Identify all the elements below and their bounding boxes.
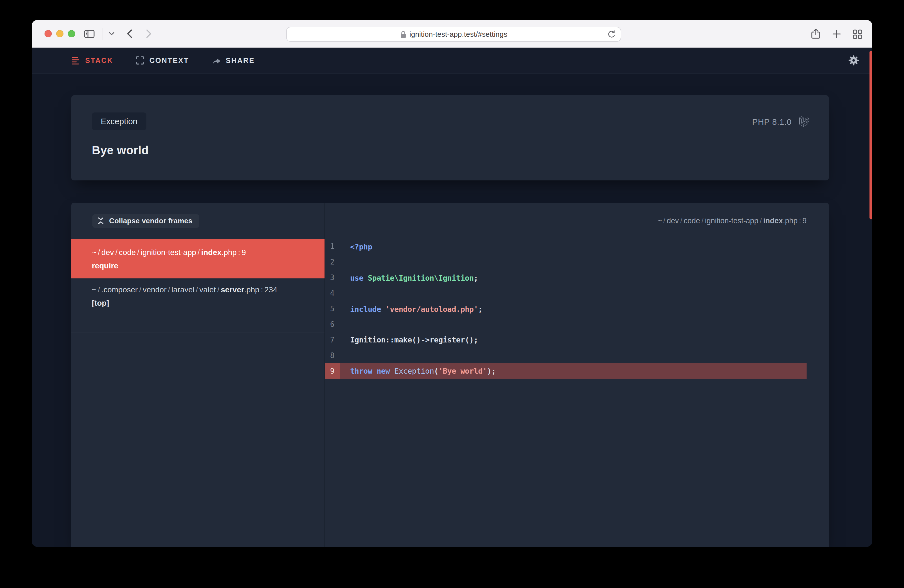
lock-icon — [400, 30, 406, 38]
reload-button[interactable] — [607, 30, 616, 41]
code-line: 4 — [325, 285, 807, 301]
line-number: 7 — [325, 332, 340, 348]
stack-frames-list: ~/dev/code/ignition-test-app/index.php:9… — [71, 239, 324, 332]
tab-context[interactable]: CONTEXT — [136, 56, 189, 65]
share-arrow-icon — [212, 57, 221, 64]
share-page-button[interactable] — [811, 28, 820, 40]
context-frame-icon — [136, 56, 144, 65]
code-panel: ~/dev/code/ignition-test-app/index.php:9… — [325, 203, 829, 547]
line-number: 2 — [325, 254, 340, 270]
close-window-button[interactable] — [44, 30, 52, 37]
sidebar-toggle-button[interactable] — [84, 29, 95, 38]
tab-share[interactable]: SHARE — [212, 56, 254, 65]
stack-frame[interactable]: ~/dev/code/ignition-test-app/index.php:9… — [71, 239, 324, 278]
forward-arrow-icon — [146, 29, 152, 38]
code-text — [340, 285, 807, 301]
php-version-chip: PHP 8.1.0 — [752, 116, 809, 127]
code-line: 8 — [325, 348, 807, 363]
code-text — [340, 254, 807, 270]
tab-share-label: SHARE — [226, 56, 254, 65]
safari-window: ignition-test-app.test/#settings — [32, 20, 872, 547]
exception-message: Bye world — [92, 144, 809, 157]
code-line: 3use Spatie\Ignition\Ignition; — [325, 270, 807, 286]
share-icon — [811, 28, 820, 40]
code-text: include 'vendor/autoload.php'; — [340, 301, 807, 316]
frame-method: require — [92, 260, 313, 271]
exception-class-badge: Exception — [92, 112, 146, 130]
stack-frames-header: Collapse vendor frames — [71, 203, 324, 239]
sidebar-dropdown-button[interactable] — [109, 32, 115, 36]
frame-file-path: ~/.composer/vendor/laravel/valet/server.… — [92, 284, 313, 295]
code-text: Ignition::make()->register(); — [340, 332, 807, 348]
code-text: throw new Exception('Bye world'); — [340, 363, 807, 379]
code-line: 1<?php — [325, 239, 807, 254]
ignition-navbar: STACK CONTEXT SHARE — [32, 48, 872, 74]
address-bar[interactable]: ignition-test-app.test/#settings — [286, 27, 621, 42]
code-text — [340, 348, 807, 363]
red-scrollbar-thumb[interactable] — [869, 51, 872, 220]
code-text: <?php — [340, 239, 807, 254]
tab-context-label: CONTEXT — [149, 56, 189, 65]
chevron-down-icon — [109, 32, 115, 36]
exception-card: Exception Bye world PHP 8.1.0 — [71, 95, 829, 180]
code-text: use Spatie\Ignition\Ignition; — [340, 270, 807, 286]
forward-button[interactable] — [146, 29, 152, 38]
line-number: 9 — [325, 363, 340, 379]
tab-overview-button[interactable] — [853, 29, 862, 39]
collapse-icon — [97, 217, 104, 224]
line-number: 6 — [325, 316, 340, 332]
code-viewer: 1<?php23use Spatie\Ignition\Ignition;45i… — [325, 239, 829, 379]
settings-button[interactable] — [848, 55, 859, 66]
reload-icon — [607, 30, 616, 39]
sidebar-icon — [84, 29, 95, 38]
code-text — [340, 316, 807, 332]
line-number: 8 — [325, 348, 340, 363]
minimize-window-button[interactable] — [56, 30, 63, 37]
zoom-window-button[interactable] — [68, 30, 75, 37]
stack-icon — [72, 56, 80, 65]
code-line: 7Ignition::make()->register(); — [325, 332, 807, 348]
stack-frames-panel: Collapse vendor frames ~/dev/code/igniti… — [71, 203, 324, 547]
collapse-vendor-frames-label: Collapse vendor frames — [109, 217, 192, 225]
url-text: ignition-test-app.test/#settings — [409, 30, 507, 38]
collapse-vendor-frames-button[interactable]: Collapse vendor frames — [92, 214, 199, 228]
traffic-lights — [32, 30, 75, 37]
page-content: Exception Bye world PHP 8.1.0 — [32, 74, 872, 547]
code-panel-header: ~/dev/code/ignition-test-app/index.php:9 — [325, 203, 829, 239]
code-line: 6 — [325, 316, 807, 332]
tab-stack[interactable]: STACK — [72, 56, 113, 65]
line-number: 4 — [325, 285, 340, 301]
toolbar-divider — [102, 28, 103, 40]
code-line: 2 — [325, 254, 807, 270]
back-arrow-icon — [126, 29, 133, 38]
tab-stack-label: STACK — [85, 56, 113, 65]
line-number: 1 — [325, 239, 340, 254]
laravel-icon — [799, 116, 809, 127]
line-number: 3 — [325, 270, 340, 286]
plus-icon — [832, 30, 841, 38]
browser-toolbar: ignition-test-app.test/#settings — [32, 20, 872, 48]
frame-method: [top] — [92, 297, 313, 308]
back-button[interactable] — [126, 29, 133, 38]
php-version-label: PHP 8.1.0 — [752, 117, 792, 126]
stack-trace-card: Collapse vendor frames ~/dev/code/igniti… — [71, 203, 829, 547]
new-tab-button[interactable] — [832, 30, 841, 38]
open-file-path: ~/dev/code/ignition-test-app/index.php:9 — [657, 217, 807, 225]
code-line-highlighted: 9throw new Exception('Bye world'); — [325, 363, 807, 379]
code-line: 5include 'vendor/autoload.php'; — [325, 301, 807, 316]
stack-frame[interactable]: ~/.composer/vendor/laravel/valet/server.… — [71, 278, 324, 332]
tab-grid-icon — [853, 29, 862, 39]
line-number: 5 — [325, 301, 340, 316]
gear-icon — [848, 55, 859, 66]
screen: ignition-test-app.test/#settings — [0, 0, 904, 588]
frame-file-path: ~/dev/code/ignition-test-app/index.php:9 — [92, 247, 313, 258]
